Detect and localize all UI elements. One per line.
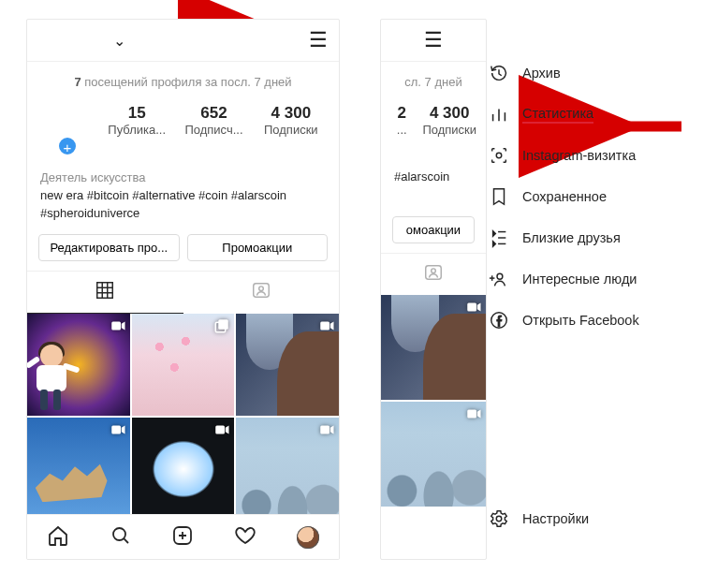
profile-screen: ⌄ ☰ 7 посещений профиля за посл. 7 дней … bbox=[26, 19, 340, 560]
add-story-badge[interactable]: + bbox=[57, 136, 78, 156]
bio-fragment: #alarscoin bbox=[394, 169, 473, 186]
post-thumb[interactable] bbox=[27, 418, 130, 521]
nav-search[interactable] bbox=[110, 524, 132, 551]
nav-profile[interactable] bbox=[297, 526, 319, 549]
svg-marker-22 bbox=[330, 426, 334, 434]
svg-rect-4 bbox=[97, 282, 113, 298]
menu-button[interactable]: ☰ bbox=[424, 30, 443, 51]
edit-profile-button[interactable]: Редактировать про... bbox=[38, 234, 180, 261]
menu-nametag[interactable]: Instagram-визитка bbox=[485, 135, 678, 176]
stat-followers[interactable]: 652 Подписч... bbox=[175, 104, 252, 137]
nav-home[interactable] bbox=[47, 524, 69, 551]
menu-statistics[interactable]: Статистика bbox=[485, 94, 678, 135]
svg-rect-19 bbox=[216, 426, 226, 434]
bio-category: Деятель искусства bbox=[40, 169, 326, 187]
svg-rect-32 bbox=[467, 409, 476, 418]
menu-discover-people[interactable]: Интересные люди bbox=[485, 258, 678, 300]
svg-marker-18 bbox=[121, 426, 124, 434]
video-icon bbox=[110, 421, 126, 442]
video-icon bbox=[110, 317, 126, 338]
menu-settings[interactable]: Настройки bbox=[485, 498, 678, 539]
svg-marker-33 bbox=[477, 409, 481, 418]
svg-point-10 bbox=[258, 286, 263, 290]
post-thumb[interactable] bbox=[236, 418, 339, 521]
post-thumb[interactable] bbox=[132, 418, 235, 521]
post-thumb[interactable] bbox=[381, 295, 486, 400]
menu-button[interactable]: ☰ bbox=[309, 30, 328, 51]
promotions-button[interactable]: Промоакции bbox=[187, 234, 329, 261]
svg-point-43 bbox=[497, 273, 503, 279]
bio-line1: new era #bitcoin #alternative #coin #ala… bbox=[40, 187, 326, 205]
stat-followers[interactable]: 2 ... bbox=[381, 104, 422, 137]
video-icon bbox=[213, 421, 230, 442]
svg-rect-15 bbox=[320, 321, 330, 330]
svg-marker-12 bbox=[121, 321, 124, 330]
svg-rect-30 bbox=[467, 302, 476, 311]
insights-count: 7 bbox=[74, 75, 81, 89]
video-icon bbox=[318, 317, 335, 338]
svg-line-24 bbox=[124, 538, 128, 543]
post-thumb[interactable] bbox=[381, 402, 486, 507]
svg-point-23 bbox=[113, 528, 125, 540]
insights-bar: сл. 7 дней bbox=[381, 61, 486, 104]
profile-screen-under-menu: ☰ сл. 7 дней 2 ... 4 300 Подписки #alars… bbox=[380, 19, 487, 560]
side-menu: Архив Статистика Instagram-визитка Сохра… bbox=[485, 52, 678, 539]
post-thumb[interactable] bbox=[27, 314, 130, 417]
svg-rect-13 bbox=[219, 319, 229, 330]
video-icon bbox=[465, 299, 482, 319]
svg-point-47 bbox=[496, 516, 502, 522]
menu-close-friends[interactable]: Близкие друзья bbox=[485, 217, 678, 258]
video-icon bbox=[465, 405, 482, 426]
tab-tagged[interactable] bbox=[183, 272, 340, 314]
svg-marker-16 bbox=[330, 321, 334, 330]
svg-marker-20 bbox=[226, 426, 229, 434]
svg-point-29 bbox=[432, 269, 436, 273]
menu-archive[interactable]: Архив bbox=[485, 52, 678, 94]
insights-bar[interactable]: 7 посещений профиля за посл. 7 дней bbox=[27, 61, 339, 104]
stat-posts[interactable]: 15 Публика... bbox=[98, 104, 175, 137]
menu-saved[interactable]: Сохраненное bbox=[485, 176, 678, 217]
sticker bbox=[27, 339, 80, 416]
stat-following[interactable]: 4 300 Подписки bbox=[253, 104, 330, 137]
insights-label: посещений профиля за посл. 7 дней bbox=[84, 75, 291, 89]
menu-open-facebook[interactable]: Открыть Facebook bbox=[485, 300, 678, 341]
post-thumb[interactable] bbox=[236, 314, 339, 417]
svg-marker-38 bbox=[493, 231, 496, 237]
svg-marker-42 bbox=[493, 242, 496, 247]
tab-tagged[interactable] bbox=[381, 254, 486, 295]
svg-rect-17 bbox=[111, 426, 121, 434]
svg-marker-31 bbox=[477, 302, 481, 311]
nav-activity[interactable] bbox=[234, 524, 256, 551]
carousel-icon bbox=[213, 317, 230, 338]
nav-add[interactable] bbox=[171, 524, 194, 551]
post-thumb[interactable] bbox=[132, 314, 235, 417]
stat-following[interactable]: 4 300 Подписки bbox=[422, 104, 476, 137]
svg-rect-11 bbox=[111, 321, 121, 330]
tab-grid[interactable] bbox=[27, 272, 183, 314]
svg-point-37 bbox=[496, 153, 502, 158]
account-switcher[interactable]: ⌄ bbox=[113, 32, 125, 50]
video-icon bbox=[318, 421, 335, 442]
promotions-button[interactable]: омоакции bbox=[392, 216, 475, 243]
svg-rect-21 bbox=[320, 426, 330, 434]
bio-line2: #spheroidunivеrce bbox=[40, 205, 326, 223]
